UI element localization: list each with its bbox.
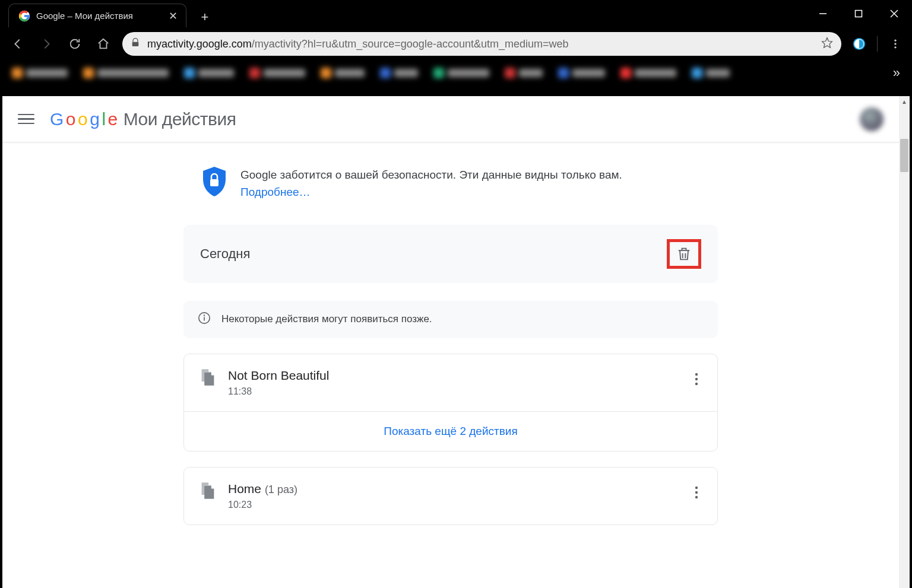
delete-day-button-highlight: [667, 239, 701, 269]
info-icon: [198, 312, 211, 328]
scroll-up-arrow[interactable]: ▲: [899, 96, 910, 107]
svg-point-11: [894, 46, 896, 48]
nav-reload-button[interactable]: [65, 34, 84, 53]
window-controls: [805, 0, 912, 27]
google-logo: Google Мои действия: [50, 109, 236, 129]
show-more-link[interactable]: Показать ещё 2 действия: [184, 412, 717, 451]
svg-point-20: [695, 383, 698, 385]
page-viewport: ▲ Google Мои действия Google заботится о…: [0, 93, 912, 588]
bookmark-star-icon[interactable]: [821, 37, 833, 52]
url-text: myactivity.google.com/myactivity?hl=ru&u…: [147, 38, 814, 50]
activity-menu-button[interactable]: [691, 368, 702, 392]
activity-time: 10:23: [228, 500, 679, 510]
bookmarks-bar: »: [0, 61, 912, 85]
nav-back-button[interactable]: [8, 34, 27, 53]
tab-close-icon[interactable]: ✕: [169, 9, 178, 23]
day-header-label: Сегодня: [200, 246, 250, 262]
safety-learn-more-link[interactable]: Подробнее…: [240, 186, 311, 198]
toolbar-divider: [877, 36, 878, 52]
activity-count: (1 раз): [265, 484, 297, 495]
activity-row[interactable]: Not Born Beautiful 11:38: [184, 354, 717, 411]
browser-chrome: Google – Мои действия ✕ + myactivity.goo…: [0, 0, 912, 93]
svg-point-17: [204, 315, 205, 316]
address-bar[interactable]: myactivity.google.com/myactivity?hl=ru&u…: [122, 32, 841, 56]
activity-card: Home (1 раз) 10:23: [183, 467, 718, 525]
svg-point-22: [695, 491, 698, 494]
activity-time: 11:38: [228, 386, 679, 397]
svg-marker-6: [822, 37, 832, 47]
activity-title: Not Born Beautiful: [228, 368, 329, 382]
svg-rect-5: [132, 42, 139, 46]
svg-rect-1: [856, 11, 862, 17]
svg-point-10: [894, 43, 896, 45]
day-header: Сегодня: [183, 225, 718, 283]
vertical-scrollbar[interactable]: ▲: [899, 96, 910, 588]
main-content: Google заботится о вашей безопасности. Э…: [183, 142, 718, 549]
bookmark-item[interactable]: [249, 66, 305, 80]
svg-point-23: [695, 496, 698, 498]
activity-menu-button[interactable]: [691, 482, 702, 506]
activity-card: Not Born Beautiful 11:38 Показать ещё 2 …: [183, 354, 718, 452]
copy-document-icon: [200, 482, 216, 502]
bookmark-item[interactable]: [321, 66, 365, 80]
bookmark-item[interactable]: [184, 66, 234, 80]
bookmark-item[interactable]: [505, 66, 543, 80]
google-header: Google Мои действия: [2, 96, 899, 142]
svg-point-21: [695, 487, 698, 489]
bookmark-item[interactable]: [83, 66, 169, 80]
trash-icon[interactable]: [676, 246, 692, 262]
browser-tab[interactable]: Google – Мои действия ✕: [8, 4, 186, 27]
svg-point-19: [695, 378, 698, 380]
bookmark-item[interactable]: [558, 66, 605, 80]
product-title: Мои действия: [124, 109, 236, 129]
copy-document-icon: [200, 368, 216, 389]
bookmark-item[interactable]: [692, 66, 730, 80]
tab-strip: Google – Мои действия ✕ +: [0, 0, 912, 27]
svg-point-9: [894, 40, 896, 42]
activity-row[interactable]: Home (1 раз) 10:23: [184, 468, 717, 525]
svg-point-18: [695, 373, 698, 376]
menu-hamburger-icon[interactable]: [18, 111, 34, 128]
bookmarks-overflow-button[interactable]: »: [893, 65, 900, 81]
later-notice: Некоторые действия могут появиться позже…: [183, 301, 718, 338]
window-close-button[interactable]: [876, 0, 912, 27]
chrome-menu-button[interactable]: [887, 36, 904, 52]
browser-toolbar: myactivity.google.com/myactivity?hl=ru&u…: [0, 27, 912, 61]
lock-icon: [131, 38, 140, 50]
safety-text: Google заботится о вашей безопасности. Э…: [240, 169, 622, 181]
window-minimize-button[interactable]: [805, 0, 841, 27]
notice-text: Некоторые действия могут появиться позже…: [221, 313, 432, 325]
tab-title: Google – Мои действия: [36, 11, 163, 21]
shield-lock-icon: [201, 166, 227, 197]
safety-banner: Google заботится о вашей безопасности. Э…: [183, 166, 718, 225]
bookmark-item[interactable]: [620, 66, 676, 80]
bookmark-item[interactable]: [12, 66, 68, 80]
bookmark-item[interactable]: [380, 66, 418, 80]
extension-icon[interactable]: [851, 36, 867, 52]
svg-rect-12: [210, 179, 218, 186]
google-favicon: [18, 10, 30, 22]
bookmark-item[interactable]: [433, 66, 489, 80]
nav-forward-button[interactable]: [37, 34, 56, 53]
scroll-thumb[interactable]: [900, 139, 908, 172]
account-avatar[interactable]: [860, 107, 884, 131]
window-maximize-button[interactable]: [841, 0, 876, 27]
nav-home-button[interactable]: [94, 34, 113, 53]
activity-title: Home: [228, 482, 261, 495]
new-tab-button[interactable]: +: [195, 7, 215, 27]
